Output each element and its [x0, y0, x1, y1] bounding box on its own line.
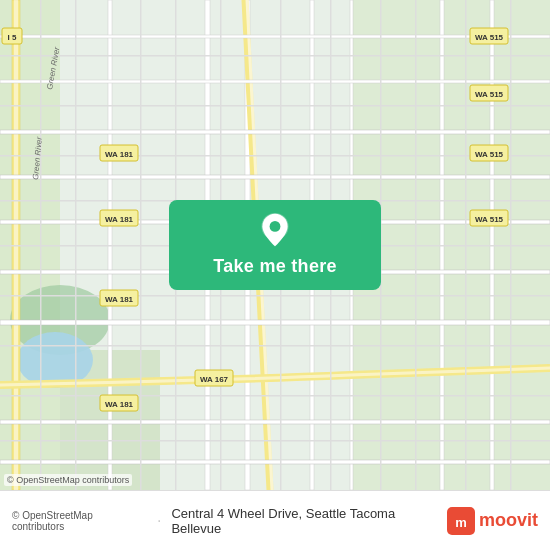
svg-text:WA 181: WA 181 [105, 215, 134, 224]
moovit-logo: m moovit [447, 507, 538, 535]
location-pin-icon [257, 212, 293, 248]
svg-rect-33 [40, 0, 42, 490]
svg-rect-26 [0, 155, 550, 157]
svg-text:m: m [455, 515, 467, 530]
bottom-left-info: © OpenStreetMap contributors · Central 4… [12, 506, 447, 536]
moovit-brand-text: moovit [479, 510, 538, 531]
svg-text:WA 515: WA 515 [475, 33, 504, 42]
moovit-brand-icon: m [447, 507, 475, 535]
svg-rect-18 [0, 175, 550, 179]
svg-point-67 [270, 221, 281, 232]
svg-text:WA 515: WA 515 [475, 150, 504, 159]
map-copyright-overlay: © OpenStreetMap contributors [4, 474, 132, 486]
svg-rect-15 [0, 35, 550, 38]
svg-rect-21 [0, 320, 550, 325]
svg-text:WA 515: WA 515 [475, 90, 504, 99]
svg-rect-41 [415, 0, 417, 490]
svg-rect-42 [465, 0, 467, 490]
svg-rect-17 [0, 130, 550, 134]
take-me-there-button[interactable]: Take me there [169, 200, 381, 290]
svg-text:WA 181: WA 181 [105, 295, 134, 304]
button-label: Take me there [213, 256, 337, 277]
svg-rect-31 [0, 395, 550, 397]
svg-rect-30 [0, 345, 550, 347]
svg-rect-32 [0, 440, 550, 442]
svg-text:WA 181: WA 181 [105, 150, 134, 159]
location-name: Central 4 Wheel Drive, Seattle Tacoma Be… [171, 506, 447, 536]
osm-copyright: © OpenStreetMap contributors [12, 510, 147, 532]
svg-rect-16 [0, 80, 550, 83]
svg-text:WA 167: WA 167 [200, 375, 229, 384]
separator: · [157, 512, 161, 530]
svg-rect-24 [0, 55, 550, 57]
svg-rect-22 [0, 420, 550, 424]
svg-rect-29 [0, 295, 550, 297]
svg-text:I 5: I 5 [8, 33, 17, 42]
svg-text:WA 181: WA 181 [105, 400, 134, 409]
svg-rect-34 [75, 0, 77, 490]
svg-text:WA 515: WA 515 [475, 215, 504, 224]
svg-rect-35 [140, 0, 142, 490]
svg-rect-43 [510, 0, 512, 490]
svg-rect-25 [0, 105, 550, 107]
map-container: Green River Green River WA 515 WA 515 WA… [0, 0, 550, 490]
svg-rect-23 [0, 460, 550, 464]
bottom-bar: © OpenStreetMap contributors · Central 4… [0, 490, 550, 550]
